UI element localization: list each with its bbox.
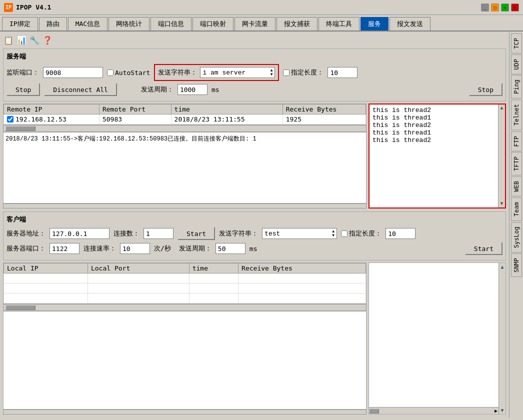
close-button[interactable]: ×	[511, 4, 519, 12]
client-specify-length-checkbox[interactable]	[341, 230, 348, 237]
tab-nic-traffic[interactable]: 网卡流量	[234, 17, 276, 30]
col-local-ip: Local IP	[4, 264, 88, 274]
client-send-string-combo[interactable]: test ▲▼	[262, 228, 337, 239]
send-string-combo[interactable]: i am server ▲▼	[200, 67, 275, 78]
toolbar-icon-4[interactable]: ❓	[42, 34, 53, 46]
server-stop-button2[interactable]: Stop	[469, 83, 502, 96]
listen-port-input[interactable]	[43, 67, 103, 78]
client-table-hscroll[interactable]	[3, 304, 366, 311]
sidebar-tab-ping[interactable]: Ping	[511, 75, 522, 98]
ms-label: ms	[212, 86, 220, 94]
sidebar-tab-syslog[interactable]: SysLog	[511, 222, 522, 252]
specify-length-input[interactable]	[328, 67, 358, 78]
toolbar-icon-3[interactable]: 🔧	[29, 34, 40, 46]
tab-port-info[interactable]: 端口信息	[150, 17, 192, 30]
restore-button[interactable]: □	[491, 4, 499, 12]
client-right-vscroll[interactable]: ▲ ▼	[498, 263, 506, 414]
specify-length-checkbox[interactable]	[283, 70, 290, 76]
sidebar-tab-udp[interactable]: UDP	[511, 54, 522, 74]
send-period-input[interactable]	[178, 84, 208, 95]
client-scroll-down[interactable]: ▼	[499, 406, 506, 414]
tab-network-stats[interactable]: 网络统计	[108, 17, 150, 30]
server-table-wrapper: Remote IP Remote Port time Receive Bytes	[3, 104, 366, 125]
sidebar-tab-tcp[interactable]: TCP	[511, 34, 522, 54]
server-table-log-area: Remote IP Remote Port time Receive Bytes	[3, 104, 506, 208]
client-hscroll-right-arrow[interactable]: ▶	[494, 408, 498, 414]
per-sec-label: 次/秒	[154, 244, 171, 253]
conn-rate-label: 连接速率：	[84, 244, 116, 253]
server-thread-log: this is thread2 this is thread1 this is …	[368, 104, 506, 208]
title-bar: IP IPOP V4.1 _ □ + ×	[0, 0, 523, 15]
client-specify-length-label[interactable]: 指定长度：	[341, 229, 382, 238]
tab-packet-capture[interactable]: 报文捕获	[276, 17, 318, 30]
client-send-period-input[interactable]	[216, 243, 246, 254]
client-hscroll-bottom-thumb[interactable]	[369, 408, 379, 414]
toolbar-icon-2[interactable]: 📊	[16, 34, 27, 46]
server-stop-button[interactable]: Stop	[6, 83, 40, 96]
tab-packet-send[interactable]: 报文发送	[390, 17, 430, 30]
conn-rate-input[interactable]	[120, 243, 150, 254]
specify-length-label: 指定长度：	[291, 68, 324, 77]
empty-row-1	[4, 274, 366, 284]
client-data-display: ▲ ▼ ▶	[369, 263, 506, 414]
server-log-area: 2018/8/23 13:11:55->客户端:192.168.12.53:50…	[3, 132, 366, 204]
tab-service[interactable]: 服务	[360, 17, 388, 30]
client-start-button2[interactable]: Start	[465, 242, 502, 255]
send-string-label: 发送字符串：	[158, 68, 197, 77]
specify-length-checkbox-label[interactable]: 指定长度：	[283, 68, 324, 77]
tab-mac-info[interactable]: MAC信息	[68, 17, 108, 30]
maximize-button[interactable]: +	[501, 4, 509, 12]
thread-log-line-1: this is thread2	[372, 106, 502, 114]
client-table: Local IP Local Port time Receive Bytes	[4, 263, 366, 304]
server-form-row2: Stop Disconnect All 发送周期： ms Stop	[6, 83, 502, 96]
table-row[interactable]: 192.168.12.53 50983 2018/8/23 13:11:55 1…	[4, 114, 366, 124]
col-local-port: Local Port	[88, 264, 189, 274]
client-send-period-label: 发送周期：	[179, 244, 212, 253]
server-port-input[interactable]	[50, 243, 80, 254]
row-checkbox[interactable]	[7, 116, 14, 122]
client-hscroll-thumb[interactable]	[6, 305, 36, 310]
sidebar-tab-ftp[interactable]: FTP	[511, 132, 522, 152]
autostart-checkbox[interactable]	[107, 70, 114, 76]
client-scroll-up[interactable]: ▲	[499, 263, 506, 270]
client-bottom-hscroll[interactable]: ▶	[369, 407, 498, 414]
conn-count-input[interactable]	[144, 228, 174, 239]
hscroll-thumb[interactable]	[6, 126, 36, 131]
tab-route[interactable]: 路由	[39, 17, 67, 30]
server-addr-input[interactable]	[50, 228, 110, 239]
server-addr-label: 服务器地址：	[6, 229, 46, 238]
minimize-button[interactable]: _	[481, 4, 489, 12]
sidebar-tab-web[interactable]: WEB	[511, 176, 522, 196]
disconnect-all-button[interactable]: Disconnect All	[44, 83, 117, 96]
app-title: IPOP V4.1	[16, 4, 51, 11]
thread-log-line-4: this is thread1	[372, 129, 502, 136]
tab-ip-binding[interactable]: IP绑定	[2, 17, 38, 30]
client-form-row2: 服务器端口： 连接速率： 次/秒 发送周期： ms Start	[6, 242, 502, 255]
send-string-box: 发送字符串： i am server ▲▼	[154, 64, 279, 81]
content-area: 📋 📊 🔧 ❓ 服务端 监听端口： AutoStart 发送字符串：	[0, 32, 509, 418]
sidebar-tab-team[interactable]: Team	[511, 198, 522, 221]
scroll-down-arrow[interactable]: ▼	[498, 200, 505, 208]
client-log-vscroll[interactable]	[3, 410, 366, 414]
client-section-title: 客户端	[6, 215, 502, 224]
scroll-up-arrow[interactable]: ▲	[498, 104, 505, 112]
client-specify-length-input[interactable]	[386, 228, 416, 239]
thread-log-vscroll[interactable]: ▲ ▼	[498, 104, 505, 208]
tab-port-mapping[interactable]: 端口映射	[192, 17, 234, 30]
server-log-text: 2018/8/23 13:11:55->客户端:192.168.12.53:50…	[6, 136, 256, 142]
client-form-row1: 服务器地址： 连接数： Start 发送字符串： test ▲▼ 指定长度：	[6, 227, 502, 240]
client-start-button[interactable]: Start	[178, 227, 215, 240]
sidebar-tab-snmp[interactable]: SNMP	[511, 254, 522, 277]
client-specify-length-text: 指定长度：	[349, 229, 382, 238]
server-table-hscroll[interactable]	[3, 125, 366, 132]
sidebar-tab-telnet[interactable]: Telnet	[511, 100, 522, 130]
tab-terminal-tools[interactable]: 终端工具	[318, 17, 360, 30]
sidebar-tab-tftp[interactable]: TFTP	[511, 152, 522, 176]
app-icon: IP	[4, 3, 13, 12]
col-remote-ip: Remote IP	[4, 104, 100, 114]
autostart-checkbox-label[interactable]: AutoStart	[107, 69, 150, 76]
right-sidebar: TCP UDP Ping Telnet FTP TFTP WEB Team Sy…	[509, 32, 523, 418]
server-log-vscroll[interactable]	[3, 204, 366, 208]
toolbar-icon-1[interactable]: 📋	[3, 34, 14, 46]
server-section-title: 服务端	[6, 52, 502, 61]
